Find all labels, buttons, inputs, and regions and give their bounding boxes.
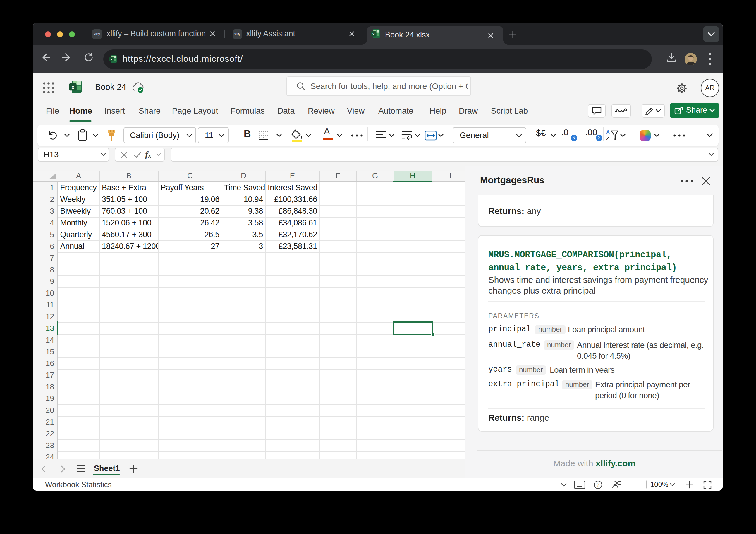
svg-text:A: A <box>606 129 610 135</box>
svg-text:Z: Z <box>606 136 609 141</box>
svg-text:?: ? <box>597 482 600 488</box>
